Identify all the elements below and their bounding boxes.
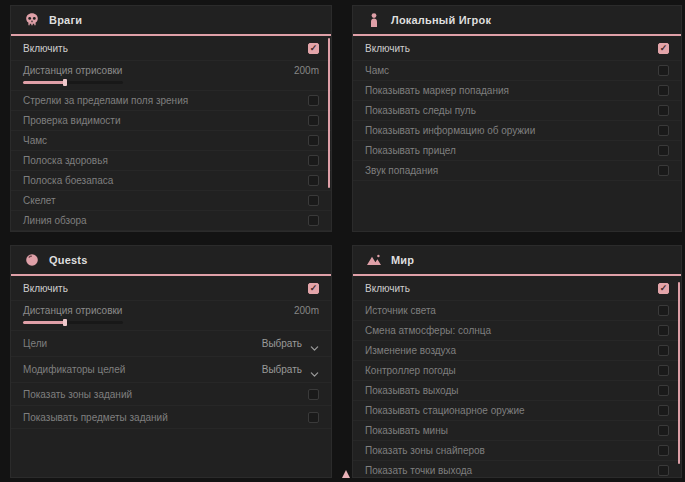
- row-option: Контроллер погоды ✓: [353, 361, 681, 381]
- check-icon: ✓: [310, 44, 318, 53]
- row-option: Показывать маркер попадания ✓: [353, 81, 681, 101]
- skull-icon: [24, 12, 40, 28]
- option-label: Показать зоны снайперов: [365, 445, 485, 456]
- row-option: Показывать прицел ✓: [353, 141, 681, 161]
- slider-value: 200m: [294, 305, 319, 316]
- option-checkbox[interactable]: ✓: [658, 365, 669, 376]
- option-label: Чамс: [365, 65, 389, 76]
- option-checkbox[interactable]: ✓: [308, 412, 319, 423]
- option-checkbox[interactable]: ✓: [308, 155, 319, 166]
- option-checkbox[interactable]: ✓: [308, 389, 319, 400]
- row-dropdown-target-modifiers: Модификаторы целей Выбрать: [11, 357, 331, 383]
- dropdown-value: Выбрать: [262, 338, 302, 349]
- panel-title: Мир: [391, 254, 414, 266]
- row-option: Стрелки за пределами поля зрения ✓: [11, 91, 331, 111]
- panel-enemies-header: Враги: [11, 6, 331, 36]
- option-label: Показывать предметы заданий: [23, 412, 168, 423]
- enable-checkbox[interactable]: ✓: [308, 43, 319, 54]
- row-option: Полоска боезапаса ✓: [11, 171, 331, 191]
- option-checkbox[interactable]: ✓: [308, 135, 319, 146]
- panel-enemies: Враги Включить ✓ Дистанция отрисовки 200…: [10, 5, 332, 232]
- option-checkbox[interactable]: ✓: [308, 175, 319, 186]
- row-option: Показать зоны заданий ✓: [11, 383, 331, 406]
- enable-label: Включить: [23, 43, 68, 54]
- option-checkbox[interactable]: ✓: [658, 105, 669, 116]
- slider-fill: [23, 321, 65, 324]
- option-label: Скелет: [23, 195, 56, 206]
- option-label: Полоска боезапаса: [23, 175, 113, 186]
- panel-local-player: Локальный Игрок Включить ✓ Чамс ✓ Показы…: [352, 5, 682, 232]
- row-draw-distance: Дистанция отрисовки 200m: [11, 301, 331, 331]
- option-checkbox[interactable]: ✓: [308, 195, 319, 206]
- option-checkbox[interactable]: ✓: [658, 425, 669, 436]
- panel-quests: Quests Включить ✓ Дистанция отрисовки 20…: [10, 245, 332, 478]
- row-option: Скелет ✓: [11, 191, 331, 211]
- row-option: Показать зоны снайперов ✓: [353, 441, 681, 461]
- enable-checkbox[interactable]: ✓: [658, 43, 669, 54]
- option-checkbox[interactable]: ✓: [308, 215, 319, 226]
- option-checkbox[interactable]: ✓: [658, 125, 669, 136]
- option-label: Показывать выходы: [365, 385, 458, 396]
- option-checkbox[interactable]: ✓: [308, 115, 319, 126]
- option-label: Источник света: [365, 305, 436, 316]
- option-label: Чамс: [23, 135, 47, 146]
- option-checkbox[interactable]: ✓: [658, 65, 669, 76]
- chevron-down-icon: [310, 365, 319, 374]
- dropdown-label: Модификаторы целей: [23, 364, 125, 375]
- row-option: Показывать стационарное оружие ✓: [353, 401, 681, 421]
- check-icon: ✓: [660, 284, 668, 293]
- enable-label: Включить: [23, 283, 68, 294]
- mouse-cursor: [342, 470, 350, 478]
- option-label: Стрелки за пределами поля зрения: [23, 95, 188, 106]
- panel-title: Quests: [49, 254, 88, 266]
- panel-world-header: Мир: [353, 246, 681, 276]
- distance-slider[interactable]: [23, 321, 123, 324]
- option-checkbox[interactable]: ✓: [658, 345, 669, 356]
- enable-checkbox[interactable]: ✓: [308, 283, 319, 294]
- option-label: Проверка видимости: [23, 115, 121, 126]
- enable-checkbox[interactable]: ✓: [658, 283, 669, 294]
- scrollbar[interactable]: [328, 38, 330, 188]
- option-label: Звук попадания: [365, 165, 438, 176]
- row-option: Полоска здоровья ✓: [11, 151, 331, 171]
- slider-label: Дистанция отрисовки: [23, 65, 122, 76]
- option-checkbox[interactable]: ✓: [658, 165, 669, 176]
- row-option: Показывать следы пуль ✓: [11, 231, 331, 232]
- targets-dropdown[interactable]: Выбрать: [262, 338, 319, 349]
- option-label: Смена атмосферы: солнца: [365, 325, 491, 336]
- option-checkbox[interactable]: ✓: [658, 445, 669, 456]
- option-checkbox[interactable]: ✓: [308, 95, 319, 106]
- option-checkbox[interactable]: ✓: [658, 405, 669, 416]
- distance-slider[interactable]: [23, 81, 123, 84]
- mountains-icon: [366, 252, 382, 268]
- row-draw-distance: Дистанция отрисовки 200m: [11, 61, 331, 91]
- option-label: Контроллер погоды: [365, 365, 456, 376]
- option-checkbox[interactable]: ✓: [658, 85, 669, 96]
- dropdown-label: Цели: [23, 338, 47, 349]
- enable-label: Включить: [365, 43, 410, 54]
- panel-quests-header: Quests: [11, 246, 331, 276]
- option-checkbox[interactable]: ✓: [658, 385, 669, 396]
- option-checkbox[interactable]: ✓: [658, 465, 669, 476]
- target-modifiers-dropdown[interactable]: Выбрать: [262, 364, 319, 375]
- scrollbar[interactable]: [678, 282, 680, 464]
- row-enable: Включить ✓: [11, 36, 331, 61]
- option-label: Показывать следы пуль: [365, 105, 476, 116]
- slider-handle[interactable]: [63, 79, 67, 86]
- slider-handle[interactable]: [63, 319, 67, 326]
- option-label: Показывать информацию об оружии: [365, 125, 535, 136]
- check-icon: ✓: [310, 284, 318, 293]
- row-option: Источник света ✓: [353, 301, 681, 321]
- person-icon: [366, 12, 382, 28]
- slider-value: 200m: [294, 65, 319, 76]
- option-checkbox[interactable]: ✓: [658, 305, 669, 316]
- option-checkbox[interactable]: ✓: [658, 325, 669, 336]
- row-option: Проверка видимости ✓: [11, 111, 331, 131]
- row-option: Смена атмосферы: солнца ✓: [353, 321, 681, 341]
- option-label: Линия обзора: [23, 215, 87, 226]
- option-label: Показать зоны заданий: [23, 389, 132, 400]
- option-checkbox[interactable]: ✓: [658, 145, 669, 156]
- row-dropdown-targets: Цели Выбрать: [11, 331, 331, 357]
- row-option: Линия обзора ✓: [11, 211, 331, 231]
- option-label: Показывать прицел: [365, 145, 456, 156]
